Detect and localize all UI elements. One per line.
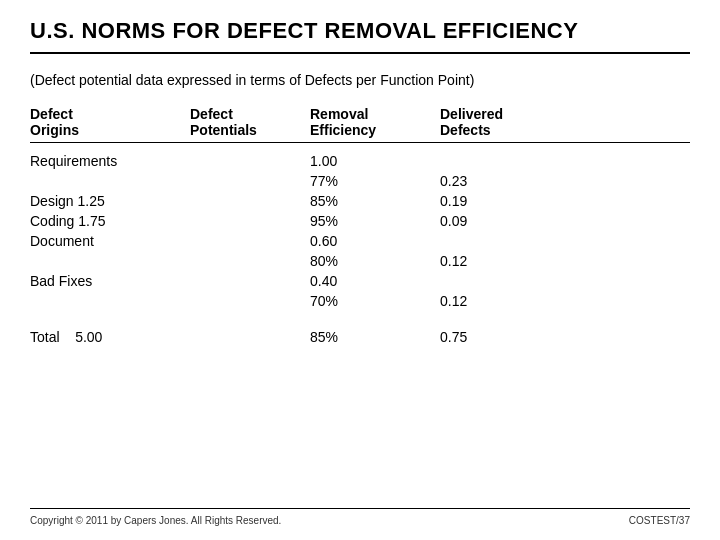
table-row: Coding 1.75 95% 0.09 — [30, 211, 690, 231]
row-origins-3: Document — [30, 233, 190, 249]
row-efficiency-2: 95% — [310, 213, 440, 229]
row-origins-sub-0 — [30, 173, 190, 189]
table-row: Document 0.60 — [30, 231, 690, 251]
row-potentials-0 — [190, 153, 310, 169]
row-potentials-sub-3 — [190, 253, 310, 269]
row-delivered-1: 0.19 — [440, 193, 560, 209]
col2-header-line2: Potentials — [190, 122, 310, 138]
row-delivered-3 — [440, 233, 560, 249]
row-delivered-sub-4: 0.12 — [440, 293, 560, 309]
row-delivered-sub-0: 0.23 — [440, 173, 560, 189]
total-efficiency: 85% — [310, 329, 440, 345]
row-efficiency-4: 0.40 — [310, 273, 440, 289]
row-delivered-4 — [440, 273, 560, 289]
row-origins-sub-4 — [30, 293, 190, 309]
row-origins-sub-3 — [30, 253, 190, 269]
col4-header-line2: Defects — [440, 122, 560, 138]
row-potentials-2 — [190, 213, 310, 229]
row-delivered-2: 0.09 — [440, 213, 560, 229]
table-row: Design 1.25 85% 0.19 — [30, 191, 690, 211]
col3-header-line2: Efficiency — [310, 122, 440, 138]
data-table: Defect Origins Defect Potentials Removal… — [30, 106, 690, 508]
row-potentials-sub-0 — [190, 173, 310, 189]
col3-header-line1: Removal — [310, 106, 440, 122]
row-delivered-0 — [440, 153, 560, 169]
row-removal-sub-3: 80% — [310, 253, 440, 269]
row-origins-1: Design 1.25 — [30, 193, 190, 209]
footer: Copyright © 2011 by Capers Jones. All Ri… — [30, 508, 690, 526]
slide-number: COSTEST/37 — [629, 515, 690, 526]
table-row-sub-4: 70% 0.12 — [30, 291, 690, 311]
table-header: Defect Origins Defect Potentials Removal… — [30, 106, 690, 143]
table-total-row: Total 5.00 85% 0.75 — [30, 327, 690, 347]
table-row-sub-0: 77% 0.23 — [30, 171, 690, 191]
table-row: Bad Fixes 0.40 — [30, 271, 690, 291]
total-delivered: 0.75 — [440, 329, 560, 345]
row-origins-0: Requirements — [30, 153, 190, 169]
row-efficiency-1: 85% — [310, 193, 440, 209]
table-row-sub-3: 80% 0.12 — [30, 251, 690, 271]
col1-header-line1: Defect — [30, 106, 190, 122]
row-removal-sub-0: 77% — [310, 173, 440, 189]
page: U.S. NORMS FOR DEFECT REMOVAL EFFICIENCY… — [0, 0, 720, 540]
row-efficiency-3: 0.60 — [310, 233, 440, 249]
row-origins-4: Bad Fixes — [30, 273, 190, 289]
row-delivered-sub-3: 0.12 — [440, 253, 560, 269]
col2-header-line1: Defect — [190, 106, 310, 122]
page-title: U.S. NORMS FOR DEFECT REMOVAL EFFICIENCY — [30, 18, 690, 54]
col1-header-line2: Origins — [30, 122, 190, 138]
row-removal-sub-4: 70% — [310, 293, 440, 309]
col4-header-line1: Delivered — [440, 106, 560, 122]
row-efficiency-0: 1.00 — [310, 153, 440, 169]
row-potentials-sub-4 — [190, 293, 310, 309]
total-label: Total 5.00 — [30, 329, 190, 345]
row-origins-2: Coding 1.75 — [30, 213, 190, 229]
copyright: Copyright © 2011 by Capers Jones. All Ri… — [30, 515, 281, 526]
subtitle: (Defect potential data expressed in term… — [30, 72, 690, 88]
total-potentials — [190, 329, 310, 345]
row-potentials-3 — [190, 233, 310, 249]
row-potentials-4 — [190, 273, 310, 289]
table-row: Requirements 1.00 — [30, 151, 690, 171]
table-body: Requirements 1.00 77% 0.23 Design 1.25 8… — [30, 151, 690, 311]
row-potentials-1 — [190, 193, 310, 209]
